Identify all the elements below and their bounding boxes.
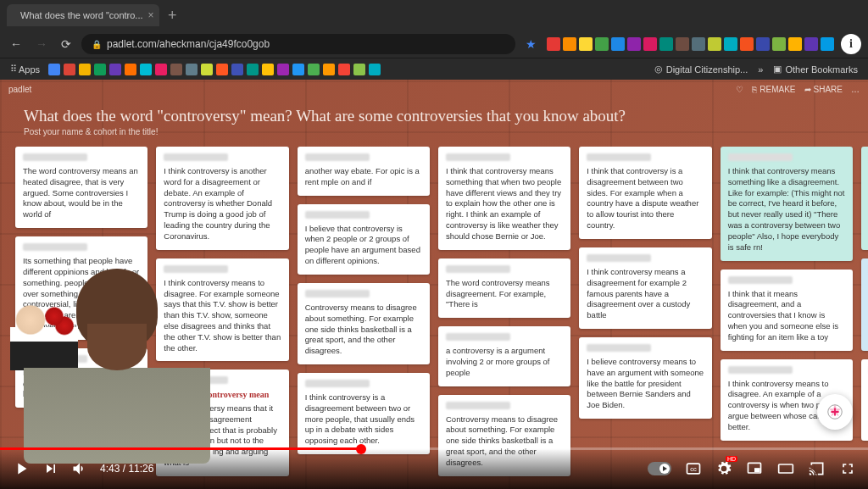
bookmark-icon[interactable] xyxy=(231,64,243,75)
bookmark-icon[interactable] xyxy=(323,64,335,75)
extension-icon[interactable] xyxy=(579,37,593,51)
apps-button[interactable]: ⠿ Apps xyxy=(7,62,43,76)
bookmark-icon[interactable] xyxy=(155,64,167,75)
settings-button[interactable]: HD xyxy=(715,460,732,477)
post-body: I think that controversy means something… xyxy=(446,166,563,242)
video-progress-bar[interactable] xyxy=(0,447,868,450)
share-button[interactable]: ➦ SHARE xyxy=(804,85,843,94)
padlet-topbar: padlet ♡ ⎘ REMAKE ➦ SHARE … xyxy=(0,80,868,98)
bookmark-icon[interactable] xyxy=(140,64,152,75)
post-author-blurred xyxy=(23,243,87,251)
svg-text:cc: cc xyxy=(690,465,697,473)
bookmark-icon[interactable] xyxy=(64,64,75,75)
post-author-blurred xyxy=(305,290,370,297)
fullscreen-button[interactable] xyxy=(839,460,856,477)
bookmarks-chevron-icon[interactable]: » xyxy=(758,64,763,75)
post-card[interactable]: I think that controversy means something… xyxy=(438,147,570,250)
bookmark-icon[interactable] xyxy=(338,64,350,75)
extension-icon[interactable] xyxy=(708,37,721,51)
post-card[interactable]: The word controversy means disagreement.… xyxy=(438,258,570,318)
other-bookmarks[interactable]: ▣ Other Bookmarks xyxy=(770,62,861,76)
bookmark-icon[interactable] xyxy=(125,64,136,75)
bookmark-icon[interactable] xyxy=(186,64,198,75)
add-post-button[interactable] xyxy=(817,394,853,430)
post-body: The word controversy means an heated dis… xyxy=(23,166,140,220)
more-button[interactable]: … xyxy=(851,85,860,94)
padlet-logo[interactable]: padlet xyxy=(8,85,31,94)
extension-icon[interactable] xyxy=(788,37,802,51)
bookmark-icon[interactable] xyxy=(292,64,304,75)
post-author-blurred xyxy=(305,380,370,387)
profile-avatar[interactable]: i xyxy=(841,34,861,54)
bookmark-icon[interactable] xyxy=(94,64,106,75)
bookmark-digital-citizenship[interactable]: ◎ Digital Citizenship... xyxy=(651,62,752,76)
extension-icon[interactable] xyxy=(547,37,560,51)
autoplay-toggle[interactable] xyxy=(648,462,671,475)
post-card[interactable]: I think that controversy is a disagreeme… xyxy=(579,147,711,239)
new-tab-button[interactable]: + xyxy=(163,7,182,25)
forward-button[interactable]: → xyxy=(32,37,51,51)
close-tab-icon[interactable]: × xyxy=(148,9,154,21)
extension-icon[interactable] xyxy=(627,37,641,51)
captions-button[interactable]: cc xyxy=(685,460,702,477)
extension-icon[interactable] xyxy=(724,37,737,51)
theater-button[interactable] xyxy=(776,460,795,477)
extension-icon[interactable] xyxy=(756,37,770,51)
bookmark-icon[interactable] xyxy=(79,64,91,75)
heart-icon[interactable]: ♡ xyxy=(736,85,743,94)
post-author-blurred xyxy=(305,153,370,161)
extension-icon[interactable] xyxy=(692,37,705,51)
post-card[interactable]: I believe that controversy is when 2 peo… xyxy=(298,204,430,275)
post-card[interactable]: I think that controversy means something… xyxy=(721,147,853,261)
bookmark-icon[interactable] xyxy=(109,64,121,75)
bookmark-icon[interactable] xyxy=(201,64,213,75)
post-card[interactable]: I think that it means disagreement, and … xyxy=(721,270,853,351)
post-card[interactable]: Controversy means to disagree about some… xyxy=(298,283,430,364)
post-card[interactable]: I think controversy means a disagreement… xyxy=(579,247,711,329)
post-card[interactable]: another way ebate. For opic is a rent mp… xyxy=(298,147,430,196)
extension-icon[interactable] xyxy=(740,37,754,51)
bookmark-icon[interactable] xyxy=(262,64,274,75)
post-card[interactable]: I believe that the word controversy mean… xyxy=(861,258,868,351)
post-card[interactable]: a controversy is a argument involving 2 … xyxy=(438,326,570,386)
extension-icon[interactable] xyxy=(659,37,673,51)
url-field[interactable]: 🔒 padlet.com/aheckman/cja49fco0gob xyxy=(81,34,515,54)
post-body: I believe that controversy is when 2 peo… xyxy=(305,224,422,267)
post-body: I think that controversy means something… xyxy=(728,166,845,253)
post-card[interactable]: The word controversy means an heated dis… xyxy=(15,147,147,228)
post-card[interactable]: I believe controversy means to have an a… xyxy=(579,337,711,419)
extension-icon[interactable] xyxy=(643,37,657,51)
extension-icon[interactable] xyxy=(595,37,609,51)
post-body: The word controversy means disagreement.… xyxy=(446,278,563,310)
bookmark-icon[interactable] xyxy=(353,64,365,75)
post-body: I think that controversy is a disagreeme… xyxy=(587,166,704,231)
extension-icon[interactable] xyxy=(676,37,689,51)
reload-button[interactable]: ⟳ xyxy=(58,37,75,51)
extension-icon[interactable] xyxy=(611,37,625,51)
padlet-app: padlet ♡ ⎘ REMAKE ➦ SHARE … What does th… xyxy=(0,80,868,489)
back-button[interactable]: ← xyxy=(7,37,25,51)
post-card[interactable]: i think it means disagree with some one … xyxy=(861,359,868,441)
bookmark-icon[interactable] xyxy=(216,64,228,75)
bookmark-icon[interactable] xyxy=(369,64,381,75)
bookmark-icon[interactable] xyxy=(170,64,182,75)
bookmark-icon[interactable] xyxy=(308,64,320,75)
remake-button[interactable]: ⎘ REMAKE xyxy=(752,85,795,94)
post-card[interactable]: I think controversy is a disagreement be… xyxy=(298,373,430,454)
bookmark-icon[interactable] xyxy=(247,64,259,75)
extension-icon[interactable] xyxy=(821,37,834,51)
cast-button[interactable] xyxy=(809,460,826,477)
extension-icon[interactable] xyxy=(804,37,818,51)
browser-tab[interactable]: What does the word "contro... × xyxy=(7,4,159,26)
miniplayer-button[interactable] xyxy=(746,460,763,477)
post-body: a controversy is a argument involving 2 … xyxy=(446,346,563,378)
padlet-header: What does the word "controversy" mean? W… xyxy=(0,98,868,147)
bookmark-icon[interactable] xyxy=(277,64,289,75)
bookmark-icon[interactable] xyxy=(48,64,60,75)
browser-tab-strip: What does the word "contro... × + xyxy=(0,0,868,31)
extension-icon[interactable] xyxy=(563,37,576,51)
star-icon[interactable]: ★ xyxy=(522,37,540,51)
extension-icon[interactable] xyxy=(772,37,786,51)
post-card[interactable]: I think controversy is another word for … xyxy=(156,147,288,250)
post-card[interactable]: I believe controversy means a disagreeme… xyxy=(861,147,868,250)
